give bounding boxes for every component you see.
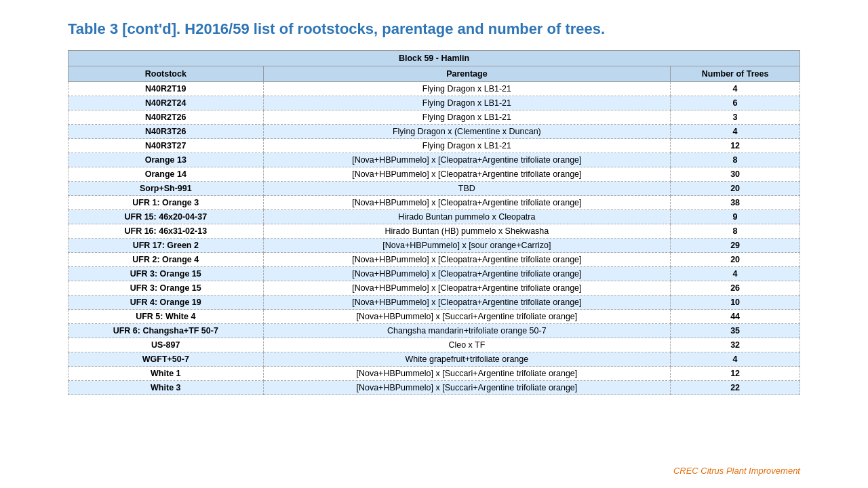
trees-cell: 44 [671,310,800,324]
parentage-cell: TBD [263,182,671,196]
parentage-cell: [Nova+HBPummelo] x [Succari+Argentine tr… [263,381,671,395]
trees-cell: 30 [671,167,800,182]
parentage-cell: [Nova+HBPummelo] x [Cleopatra+Argentine … [263,281,671,296]
trees-cell: 26 [671,281,800,296]
parentage-cell: Hirado Buntan (HB) pummelo x Shekwasha [263,224,671,239]
table-row: Orange 14[Nova+HBPummelo] x [Cleopatra+A… [68,167,800,182]
rootstock-cell: UFR 6: Changsha+TF 50-7 [68,324,264,338]
parentage-cell: [Nova+HBPummelo] x [Succari+Argentine tr… [263,310,671,324]
page-title: Table 3 [cont'd]. H2016/59 list of roots… [68,20,800,38]
trees-cell: 8 [671,224,800,239]
rootstock-cell: White 3 [68,381,264,395]
rootstock-cell: N40R2T26 [68,110,264,125]
rootstock-cell: Orange 13 [68,153,264,167]
rootstock-cell: UFR 1: Orange 3 [68,196,264,210]
parentage-cell: [Nova+HBPummelo] x [Succari+Argentine tr… [263,367,671,381]
parentage-cell: Flying Dragon x (Clementine x Duncan) [263,125,671,139]
rootstock-cell: N40R3T27 [68,139,264,153]
trees-cell: 12 [671,139,800,153]
trees-cell: 32 [671,338,800,352]
trees-cell: 3 [671,110,800,125]
rootstock-cell: UFR 4: Orange 19 [68,296,264,310]
trees-cell: 12 [671,367,800,381]
table-row: White 3[Nova+HBPummelo] x [Succari+Argen… [68,381,800,395]
column-header-cell: Rootstock [68,66,264,82]
table-row: UFR 16: 46x31-02-13Hirado Buntan (HB) pu… [68,224,800,239]
table-row: UFR 3: Orange 15[Nova+HBPummelo] x [Cleo… [68,267,800,281]
footer-text: CREC Citrus Plant Improvement [673,466,800,476]
rootstock-cell: UFR 3: Orange 15 [68,267,264,281]
table-row: N40R2T19Flying Dragon x LB1-214 [68,82,800,96]
trees-cell: 4 [671,82,800,96]
parentage-cell: Changsha mandarin+trifoliate orange 50-7 [263,324,671,338]
rootstock-cell: UFR 16: 46x31-02-13 [68,224,264,239]
rootstock-cell: UFR 3: Orange 15 [68,281,264,296]
parentage-cell: [Nova+HBPummelo] x [Cleopatra+Argentine … [263,253,671,267]
rootstock-table: Block 59 - HamlinRootstockParentageNumbe… [68,50,800,395]
table-row: UFR 3: Orange 15[Nova+HBPummelo] x [Cleo… [68,281,800,296]
parentage-cell: [Nova+HBPummelo] x [Cleopatra+Argentine … [263,196,671,210]
table-row: UFR 15: 46x20-04-37Hirado Buntan pummelo… [68,210,800,224]
table-row: N40R2T26Flying Dragon x LB1-213 [68,110,800,125]
table-row: UFR 1: Orange 3[Nova+HBPummelo] x [Cleop… [68,196,800,210]
rootstock-cell: Sorp+Sh-991 [68,182,264,196]
rootstock-cell: N40R3T26 [68,125,264,139]
trees-cell: 8 [671,153,800,167]
table-row: UFR 4: Orange 19[Nova+HBPummelo] x [Cleo… [68,296,800,310]
trees-cell: 38 [671,196,800,210]
table-row: White 1[Nova+HBPummelo] x [Succari+Argen… [68,367,800,381]
column-header-row: RootstockParentageNumber of Trees [68,66,800,82]
parentage-cell: [Nova+HBPummelo] x [Cleopatra+Argentine … [263,167,671,182]
rootstock-cell: UFR 15: 46x20-04-37 [68,210,264,224]
table-row: Sorp+Sh-991TBD20 [68,182,800,196]
trees-cell: 20 [671,182,800,196]
table-row: UFR 6: Changsha+TF 50-7Changsha mandarin… [68,324,800,338]
trees-cell: 9 [671,210,800,224]
rootstock-cell: UFR 17: Green 2 [68,239,264,253]
table-row: N40R3T26Flying Dragon x (Clementine x Du… [68,125,800,139]
trees-cell: 4 [671,352,800,367]
trees-cell: 10 [671,296,800,310]
trees-cell: 6 [671,96,800,110]
table-row: UFR 17: Green 2[Nova+HBPummelo] x [sour … [68,239,800,253]
parentage-cell: [Nova+HBPummelo] x [Cleopatra+Argentine … [263,296,671,310]
parentage-cell: Flying Dragon x LB1-21 [263,139,671,153]
trees-cell: 35 [671,324,800,338]
rootstock-cell: N40R2T19 [68,82,264,96]
parentage-cell: Flying Dragon x LB1-21 [263,110,671,125]
rootstock-cell: US-897 [68,338,264,352]
trees-cell: 4 [671,267,800,281]
table-row: UFR 5: White 4[Nova+HBPummelo] x [Succar… [68,310,800,324]
table-row: N40R3T27Flying Dragon x LB1-2112 [68,139,800,153]
rootstock-cell: Orange 14 [68,167,264,182]
parentage-cell: Cleo x TF [263,338,671,352]
trees-cell: 22 [671,381,800,395]
parentage-cell: [Nova+HBPummelo] x [sour orange+Carrizo] [263,239,671,253]
parentage-cell: White grapefruit+trifoliate orange [263,352,671,367]
trees-cell: 4 [671,125,800,139]
parentage-cell: [Nova+HBPummelo] x [Cleopatra+Argentine … [263,267,671,281]
rootstock-cell: UFR 2: Orange 4 [68,253,264,267]
rootstock-cell: UFR 5: White 4 [68,310,264,324]
column-header-cell: Number of Trees [671,66,800,82]
parentage-cell: Flying Dragon x LB1-21 [263,82,671,96]
column-header-cell: Parentage [263,66,671,82]
trees-cell: 20 [671,253,800,267]
rootstock-cell: N40R2T24 [68,96,264,110]
trees-cell: 29 [671,239,800,253]
parentage-cell: Hirado Buntan pummelo x Cleopatra [263,210,671,224]
table-row: Orange 13[Nova+HBPummelo] x [Cleopatra+A… [68,153,800,167]
parentage-cell: [Nova+HBPummelo] x [Cleopatra+Argentine … [263,153,671,167]
rootstock-cell: WGFT+50-7 [68,352,264,367]
block-header-row: Block 59 - Hamlin [68,51,800,66]
table-row: US-897Cleo x TF32 [68,338,800,352]
table-row: N40R2T24Flying Dragon x LB1-216 [68,96,800,110]
table-row: UFR 2: Orange 4[Nova+HBPummelo] x [Cleop… [68,253,800,267]
table-row: WGFT+50-7White grapefruit+trifoliate ora… [68,352,800,367]
rootstock-cell: White 1 [68,367,264,381]
page-container: Table 3 [cont'd]. H2016/59 list of roots… [0,0,868,409]
parentage-cell: Flying Dragon x LB1-21 [263,96,671,110]
